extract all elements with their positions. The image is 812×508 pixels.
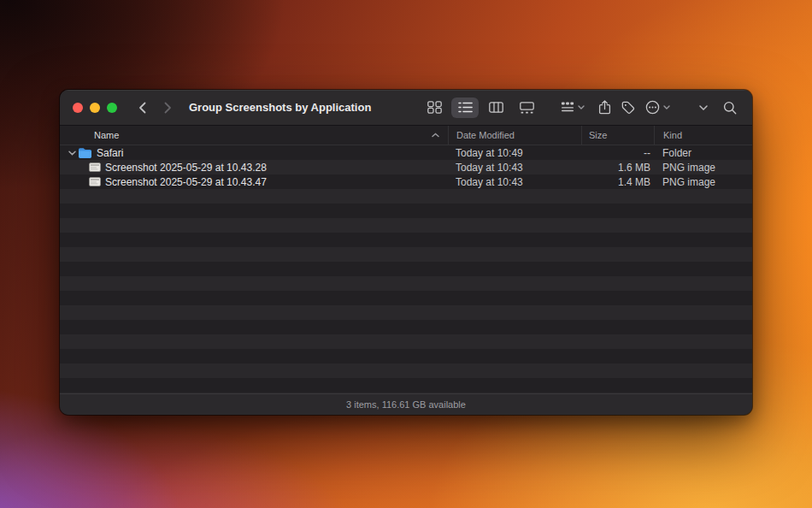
zoom-button[interactable] — [107, 103, 117, 113]
folder-icon — [78, 147, 92, 159]
close-button[interactable] — [73, 103, 83, 113]
ellipsis-circle-icon — [645, 100, 660, 115]
window-title: Group Screenshots by Application — [189, 101, 371, 114]
file-size: -- — [581, 147, 654, 159]
window-titlebar[interactable]: Group Screenshots by Application — [60, 90, 752, 126]
file-size: 1.4 MB — [581, 176, 654, 188]
table-row[interactable]: Screenshot 2025-05-29 at 10.43.47 Today … — [60, 174, 752, 189]
tag-button[interactable] — [621, 97, 635, 118]
status-bar-text: 3 items, 116.61 GB available — [346, 399, 466, 410]
toolbar-controls — [421, 97, 752, 118]
column-view-icon — [489, 102, 503, 113]
share-icon — [598, 100, 611, 115]
column-header-kind[interactable]: Kind — [654, 126, 752, 145]
column-header-size[interactable]: Size — [581, 126, 654, 145]
chevron-left-icon — [138, 102, 146, 114]
disclosure-chevron-icon[interactable] — [67, 151, 78, 156]
table-row[interactable]: Safari Today at 10:49 -- Folder — [60, 145, 752, 160]
file-list: Safari Today at 10:49 -- Folder Screensh… — [60, 145, 752, 393]
toolbar-overflow-button[interactable] — [699, 97, 708, 118]
forward-button[interactable] — [160, 98, 175, 117]
screenshot-thumbnail-icon — [89, 162, 101, 172]
group-by-button[interactable] — [561, 97, 585, 118]
file-size: 1.6 MB — [581, 162, 654, 174]
file-date-modified: Today at 10:43 — [448, 176, 581, 188]
column-header-name-label: Name — [94, 130, 119, 140]
view-mode-switcher — [421, 97, 540, 118]
finder-window: Group Screenshots by Application — [60, 90, 752, 415]
nav-buttons — [134, 98, 175, 117]
chevron-down-icon — [699, 105, 708, 110]
screenshot-thumbnail-icon — [89, 177, 101, 186]
column-headers: Name Date Modified Size Kind — [60, 126, 752, 145]
file-kind: PNG image — [654, 162, 752, 174]
more-actions-button[interactable] — [645, 97, 670, 118]
file-name: Screenshot 2025-05-29 at 10.43.28 — [105, 162, 267, 174]
chevron-right-icon — [164, 102, 172, 114]
traffic-lights — [73, 103, 117, 113]
column-header-name[interactable]: Name — [60, 126, 448, 145]
column-view-button[interactable] — [482, 97, 509, 118]
file-name: Safari — [97, 147, 123, 159]
table-row[interactable]: Screenshot 2025-05-29 at 10.43.28 Today … — [60, 160, 752, 174]
group-by-icon — [561, 102, 574, 113]
list-view-icon — [458, 102, 473, 113]
file-kind: Folder — [654, 147, 752, 159]
icon-view-icon — [427, 101, 442, 114]
file-date-modified: Today at 10:49 — [448, 147, 581, 159]
search-button[interactable] — [723, 97, 737, 118]
file-kind: PNG image — [654, 176, 752, 188]
chevron-down-icon — [578, 105, 585, 109]
search-icon — [723, 101, 737, 115]
icon-view-button[interactable] — [421, 97, 448, 118]
file-name: Screenshot 2025-05-29 at 10.43.47 — [105, 176, 267, 188]
column-header-date-modified[interactable]: Date Modified — [448, 126, 581, 145]
back-button[interactable] — [134, 98, 150, 117]
gallery-view-button[interactable] — [513, 97, 540, 118]
share-button[interactable] — [598, 97, 611, 118]
status-bar: 3 items, 116.61 GB available — [60, 393, 752, 415]
chevron-down-icon — [663, 105, 670, 109]
minimize-button[interactable] — [90, 103, 100, 113]
list-view-button[interactable] — [451, 97, 479, 118]
tag-icon — [621, 101, 635, 115]
gallery-view-icon — [520, 102, 534, 114]
file-date-modified: Today at 10:43 — [448, 162, 581, 174]
sort-ascending-icon — [432, 133, 439, 138]
